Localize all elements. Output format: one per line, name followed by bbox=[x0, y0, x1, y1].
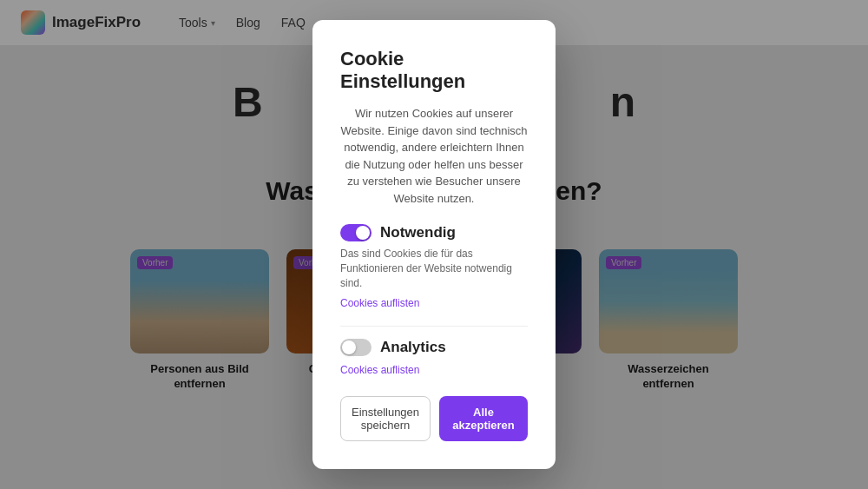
notwendig-cookies-link[interactable]: Cookies auflisten bbox=[340, 297, 419, 309]
cookie-section-analytics: Analytics Cookies auflisten bbox=[340, 339, 528, 377]
section-divider bbox=[340, 326, 528, 327]
toggle-notwendig[interactable] bbox=[340, 224, 372, 241]
notwendig-desc: Das sind Cookies die für das Funktionier… bbox=[340, 247, 528, 290]
notwendig-header: Notwendig bbox=[340, 224, 528, 241]
modal-buttons: Einstellungen speichern Alle akzeptieren bbox=[340, 396, 528, 441]
toggle-analytics-knob bbox=[342, 340, 356, 354]
modal-title: Cookie Einstellungen bbox=[340, 48, 528, 93]
notwendig-title: Notwendig bbox=[380, 224, 456, 241]
toggle-notwendig-knob bbox=[356, 226, 370, 240]
analytics-cookies-link[interactable]: Cookies auflisten bbox=[340, 364, 419, 376]
cookie-modal: Cookie Einstellungen Wir nutzen Cookies … bbox=[312, 20, 556, 468]
accept-all-button[interactable]: Alle akzeptieren bbox=[439, 396, 528, 441]
toggle-analytics[interactable] bbox=[340, 339, 372, 356]
save-settings-button[interactable]: Einstellungen speichern bbox=[340, 396, 431, 441]
analytics-header: Analytics bbox=[340, 339, 528, 356]
cookie-section-notwendig: Notwendig Das sind Cookies die für das F… bbox=[340, 224, 528, 309]
analytics-title: Analytics bbox=[380, 339, 446, 356]
modal-description: Wir nutzen Cookies auf unserer Website. … bbox=[340, 105, 528, 207]
modal-overlay: Cookie Einstellungen Wir nutzen Cookies … bbox=[0, 0, 868, 489]
